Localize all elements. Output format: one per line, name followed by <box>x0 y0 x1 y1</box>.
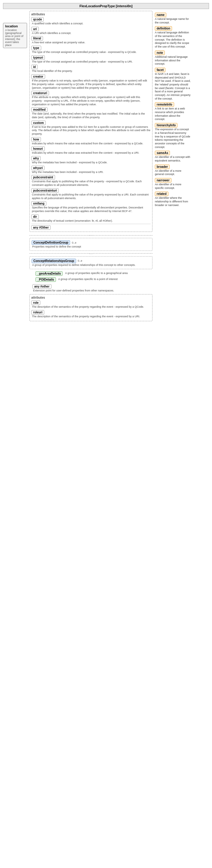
attr-desc-qcode: A qualified code which identifies a conc… <box>31 22 151 26</box>
geo-area-desc: A group of properties specific to a geog… <box>64 272 127 275</box>
diagram-container: FlexLocationPropType [intensi0n] locatio… <box>0 0 212 324</box>
concept-rel-desc: A group of properties required to define… <box>32 264 150 267</box>
attr-item-type: type The type of the concept assigned as… <box>31 45 151 54</box>
attr-item-uri: uri A URI which identifies a concept. <box>31 27 151 35</box>
title-bar: FlexLocationPropType [intensi0n] <box>3 3 209 9</box>
attr-item-id: id The local identifier of the property. <box>31 64 151 73</box>
attr-item-howuri: howuri Indicates by which means the valu… <box>31 146 151 155</box>
bottom-attr-name-roleuri: roleuri <box>31 310 44 315</box>
right-items-list: name A natural language name for the con… <box>155 12 209 207</box>
right-item-definition: definition A natural language definition… <box>155 26 209 49</box>
right-label-sameAs: sameAs <box>155 151 170 155</box>
right-desc-definition: A natural language definition of the sem… <box>155 31 191 49</box>
location-box: location A location (geographical area o… <box>3 23 27 48</box>
concept-relationships-group: ConceptRelationshipsGroup 0..e A group o… <box>29 256 152 269</box>
attr-item-typeuri: typeuri The type of the concept assigned… <box>31 55 151 64</box>
attr-item-xmllang: xmllang Specifies the language of this p… <box>31 201 151 213</box>
location-area: location A location (geographical area o… <box>3 11 27 51</box>
right-label-narrower: narrower <box>155 178 172 183</box>
attr-name-id: id <box>31 65 38 69</box>
right-item-note: note Additional natural language informa… <box>155 50 209 66</box>
attr-name-type: type <box>31 46 41 50</box>
attr-desc-id: The local identifier of the property. <box>31 69 151 73</box>
right-label-definition: definition <box>155 26 172 31</box>
bottom-attr-name-role: role <box>31 301 40 305</box>
right-label-facet: facet <box>155 68 165 72</box>
concept-rel-label: ConceptRelationshipsGroup <box>32 259 76 263</box>
concept-def-label: ConceptDefinitionGroup <box>32 240 70 245</box>
attributes-title: attributes <box>31 12 151 16</box>
bottom-attr-item-roleuri: roleuri The description of the semantics… <box>31 310 151 318</box>
attr-name-why: why <box>31 156 40 161</box>
attr-desc-howuri: Indicates by which means the value was e… <box>31 151 151 155</box>
other-item: any #Other <box>31 224 151 230</box>
right-label-hierarchyInfo: hierarchyInfo <box>155 123 177 127</box>
center-area: attributes qcode A qualified code which … <box>29 11 152 321</box>
attr-item-pubconstraint: pubconstraint Constraints that apply to … <box>31 175 151 187</box>
attr-desc-literal: A free-text value assigned as property v… <box>31 41 151 44</box>
right-desc-narrower: An identifier of a more specific concept… <box>155 183 191 190</box>
bottom-attributes-list: role The description of the semantics of… <box>31 300 151 318</box>
attr-desc-how: Indicates by which means the value was e… <box>31 142 151 146</box>
other-bottom-area: any #other Extension point for user-defi… <box>29 284 152 292</box>
attr-item-whyuri: whyuri Why the metadata has been include… <box>31 165 151 174</box>
bottom-attrs-title: attributes <box>31 296 151 299</box>
right-item-remoteInfo: remoteInfo A link to an item at a web re… <box>155 102 209 121</box>
attr-name-xmllang: xmllang <box>31 201 46 206</box>
attr-item-literal: literal A free-text value assigned as pr… <box>31 36 151 44</box>
right-label-note: note <box>155 51 165 55</box>
attributes-list: qcode A qualified code which identifies … <box>31 17 151 223</box>
right-desc-facet: In NAR 1.8 and later, facet is deprecate… <box>155 72 191 101</box>
attr-name-literal: literal <box>31 36 43 40</box>
attr-item-dir: dir The directionality of textual conten… <box>31 214 151 223</box>
attr-item-why: why Why the metadata has been included -… <box>31 156 151 164</box>
right-item-name: name A natural language name for the con… <box>155 12 209 24</box>
right-label-related: related <box>155 192 169 196</box>
attr-name-custom: custom <box>31 121 46 125</box>
other-label: any #Other <box>31 225 51 230</box>
attr-name-creatoruri: creatoruri <box>31 91 49 95</box>
stereotype-text: [intensi0n] <box>116 4 132 8</box>
attr-item-modified: modified The date (and, optionally, the … <box>31 107 151 119</box>
mult-concept-rel: ---- <box>89 252 93 255</box>
attr-desc-uri: A URI which identifies a concept. <box>31 32 151 35</box>
right-item-facet: facet In NAR 1.8 and later, facet is dep… <box>155 67 209 101</box>
main-diagram-row: location A location (geographical area o… <box>3 11 209 321</box>
mult-concept-def: ---- <box>89 234 93 237</box>
concept-def-cardinality: 0..e <box>72 241 77 244</box>
bottom-attr-desc-role: The description of the semantics of the … <box>31 305 151 309</box>
right-desc-hierarchyInfo: The expression of a concept in a hierarc… <box>155 128 191 149</box>
right-item-narrower: narrower An identifier of a more specifi… <box>155 178 209 190</box>
attr-name-typeuri: typeuri <box>31 55 45 60</box>
attr-name-modified: modified <box>31 107 48 112</box>
right-desc-related: An identifier where the relationship is … <box>155 196 191 207</box>
attr-item-creatoruri: creatoruri If the attribute is empty, sp… <box>31 91 151 106</box>
attr-desc-whyuri: Why the metadata has been included - exp… <box>31 170 151 174</box>
attr-desc-xmllang: Specifies the language of this property … <box>31 206 151 213</box>
attr-name-howuri: howuri <box>31 147 45 151</box>
attributes-top-section: attributes qcode A qualified code which … <box>29 11 152 232</box>
attr-item-how: how Indicates by which means the value w… <box>31 137 151 146</box>
title-text: FlexLocationPropType <box>80 4 115 8</box>
poi-desc: A group of properties specific to a poin… <box>58 278 118 281</box>
attr-name-whyuri: whyuri <box>31 166 44 170</box>
attr-item-pubconstrainturi: pubconstrainturi Constraints that apply … <box>31 188 151 200</box>
right-label-name: name <box>155 12 166 17</box>
geo-poi-group: _geoAreaDetails A group of properties sp… <box>29 271 152 282</box>
attr-name-uri: uri <box>31 27 39 31</box>
attr-desc-custom: If set to true the property was added to… <box>31 125 151 136</box>
attr-desc-dir: The directionality of textual content (e… <box>31 219 151 223</box>
attr-desc-pubconstrainturi: Constraints that apply to publishing the… <box>31 193 151 200</box>
attr-desc-type: The type of the concept assigned as cont… <box>31 51 151 54</box>
concept-rel-connector: ---- <box>29 252 152 255</box>
attr-item-custom: custom If set to true the property was a… <box>31 120 151 136</box>
attr-name-qcode: qcode <box>31 17 43 22</box>
right-desc-name: A natural language name for the concept. <box>155 18 191 24</box>
bottom-attrs-section: attributes role The description of the s… <box>29 294 152 321</box>
attr-name-creator: creator <box>31 74 45 79</box>
location-desc: A location (geographical area or point o… <box>5 29 25 46</box>
location-title: location <box>5 24 25 28</box>
attr-name-pubconstrainturi: pubconstrainturi <box>31 188 59 193</box>
right-desc-broader: An identifier of a more general concept. <box>155 169 191 176</box>
attr-desc-modified: The date (and, optionally, the time) whe… <box>31 112 151 119</box>
